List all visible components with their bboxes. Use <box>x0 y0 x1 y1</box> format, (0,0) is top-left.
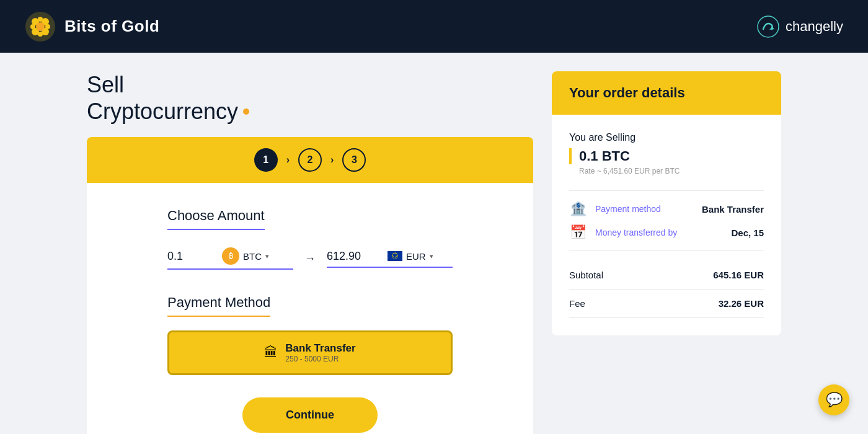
btc-currency-label: BTC <box>243 251 262 262</box>
steps-bar: 1 › 2 › 3 <box>87 137 533 183</box>
chat-bubble-button[interactable]: 💬 <box>818 384 849 415</box>
you-are-selling-section: You are Selling 0.1 BTC Rate ~ 6,451.60 … <box>569 132 764 175</box>
btc-amount-input[interactable] <box>167 250 217 263</box>
order-details-header: Your order details <box>552 71 781 115</box>
logo-area: Bits of Gold <box>25 11 159 42</box>
bits-of-gold-logo-icon <box>25 11 56 42</box>
continue-button[interactable]: Continue <box>242 397 378 433</box>
svg-point-7 <box>38 32 43 37</box>
eur-currency-label: EUR <box>406 251 426 262</box>
fee-value: 32.26 EUR <box>719 298 764 309</box>
order-totals: Subtotal 645.16 EUR Fee 32.26 EUR <box>569 261 764 318</box>
payment-method-section: Payment Method 🏛 Bank Transfer 250 - 500… <box>167 294 453 375</box>
step-3[interactable]: 3 <box>342 148 366 172</box>
step-arrow-1: › <box>286 154 290 166</box>
payment-method-row: 🏦 Payment method Bank Transfer <box>569 201 764 217</box>
payment-method-label: Payment Method <box>167 294 270 317</box>
title-line2-area: Cryptocurrency <box>87 98 533 125</box>
logo-text: Bits of Gold <box>64 17 159 36</box>
order-details-card: Your order details You are Selling 0.1 B… <box>552 71 781 335</box>
changelly-icon <box>757 16 779 38</box>
main-content: Sell Cryptocurrency 1 › 2 › 3 <box>0 53 868 434</box>
fee-row: Fee 32.26 EUR <box>569 290 764 318</box>
divider-1 <box>569 190 764 191</box>
bank-transfer-range: 250 - 5000 EUR <box>285 355 339 363</box>
order-details-title: Your order details <box>569 85 685 100</box>
money-transfer-row-value: Dec, 15 <box>731 228 764 238</box>
bank-transfer-button[interactable]: 🏛 Bank Transfer 250 - 5000 EUR <box>167 330 453 375</box>
title-line2: Cryptocurrency <box>87 98 238 125</box>
btc-icon: ₿ <box>222 247 239 265</box>
svg-text:★: ★ <box>392 252 394 255</box>
orange-dot <box>243 108 249 115</box>
right-column: Your order details You are Selling 0.1 B… <box>552 71 781 335</box>
eur-input-group: ★ ★ ★ ★ ★ ★ ★ ★ EUR <box>327 250 453 268</box>
step-1[interactable]: 1 <box>254 148 278 172</box>
partner-logo-area: changelly <box>757 16 843 38</box>
subtotal-label: Subtotal <box>569 270 603 280</box>
step-arrow-2: › <box>330 154 334 166</box>
money-transfer-icon: 📅 <box>569 224 587 241</box>
form-card: Choose Amount ₿ BTC ▾ → <box>87 183 533 434</box>
eur-flag-icon: ★ ★ ★ ★ ★ ★ ★ ★ <box>388 251 402 261</box>
left-column: Sell Cryptocurrency 1 › 2 › 3 <box>87 71 533 434</box>
eur-amount-input[interactable] <box>327 250 383 263</box>
chat-icon: 💬 <box>826 392 843 408</box>
payment-method-icon: 🏦 <box>569 201 587 217</box>
bank-icon: 🏛 <box>264 345 278 361</box>
amount-row: ₿ BTC ▾ → <box>167 247 453 270</box>
page-title: Sell Cryptocurrency <box>87 71 533 125</box>
selling-rate: Rate ~ 6,451.60 EUR per BTC <box>569 167 764 175</box>
svg-marker-11 <box>769 27 774 30</box>
title-line1: Sell <box>87 72 124 97</box>
money-transfer-row: 📅 Money transferred by Dec, 15 <box>569 224 764 241</box>
selling-label: You are Selling <box>569 132 764 143</box>
divider-2 <box>569 250 764 251</box>
svg-point-9 <box>45 24 50 29</box>
step-2[interactable]: 2 <box>298 148 322 172</box>
bank-transfer-label-group: Bank Transfer 250 - 5000 EUR <box>285 342 355 363</box>
fee-label: Fee <box>569 298 585 309</box>
choose-amount-section: Choose Amount ₿ BTC ▾ → <box>167 208 453 270</box>
btc-chevron-icon: ▾ <box>265 252 269 260</box>
bank-transfer-name: Bank Transfer <box>285 342 355 355</box>
svg-point-8 <box>30 24 35 29</box>
choose-amount-label: Choose Amount <box>167 208 265 230</box>
subtotal-value: 645.16 EUR <box>713 270 764 280</box>
svg-point-10 <box>758 16 779 37</box>
page-title-section: Sell Cryptocurrency <box>87 71 533 125</box>
svg-point-6 <box>38 17 43 22</box>
eur-chevron-icon: ▾ <box>430 252 433 260</box>
btc-input-group: ₿ BTC ▾ <box>167 247 293 270</box>
eur-currency-selector[interactable]: ★ ★ ★ ★ ★ ★ ★ ★ EUR <box>388 251 433 262</box>
money-transfer-row-label: Money transferred by <box>595 228 722 237</box>
payment-method-row-value: Bank Transfer <box>702 204 764 215</box>
partner-text: changelly <box>786 19 843 35</box>
selling-amount: 0.1 BTC <box>569 148 764 164</box>
svg-point-5 <box>36 22 45 31</box>
payment-method-row-label: Payment method <box>595 204 693 214</box>
conversion-arrow-icon: → <box>304 252 316 265</box>
header: Bits of Gold changelly <box>0 0 868 53</box>
subtotal-row: Subtotal 645.16 EUR <box>569 261 764 290</box>
order-details-body: You are Selling 0.1 BTC Rate ~ 6,451.60 … <box>552 115 781 335</box>
btc-currency-selector[interactable]: ₿ BTC ▾ <box>222 247 269 265</box>
